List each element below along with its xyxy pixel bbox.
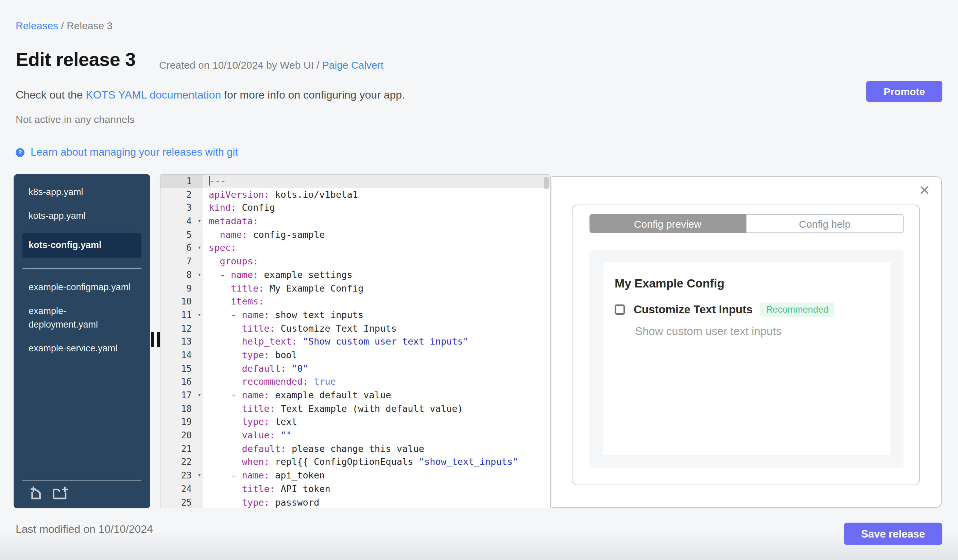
code-line-17[interactable]: 17▾ - name: example_default_value	[160, 389, 550, 402]
code-line-15[interactable]: 15 default: "0"	[160, 362, 550, 375]
fold-arrow-icon[interactable]: ▾	[198, 469, 201, 482]
file-item-k8s-app.yaml[interactable]: k8s-app.yaml	[29, 185, 135, 199]
line-number: 12	[160, 322, 203, 335]
question-mark-icon[interactable]: ?	[16, 148, 24, 157]
line-number: 24	[160, 482, 203, 496]
code-line-5[interactable]: 5 name: config-sample	[160, 228, 550, 242]
code-lines: 1---2apiVersion: kots.io/v1beta13kind: C…	[160, 175, 550, 508]
code-text: type: password	[203, 496, 319, 508]
author-link[interactable]: Paige Calvert	[322, 59, 384, 71]
code-line-11[interactable]: 11▾ - name: show_text_inputs	[160, 308, 550, 322]
editor-scrollbar[interactable]	[544, 177, 549, 189]
code-line-9[interactable]: 9 title: My Example Config	[160, 282, 550, 295]
edit-release-page: Releases / Release 3 Edit release 3 Crea…	[0, 0, 958, 560]
promote-button[interactable]: Promote	[866, 81, 942, 102]
line-number: 2	[160, 188, 203, 201]
file-item-example-deployment.yaml[interactable]: example-deployment.yaml	[29, 304, 135, 332]
fold-arrow-icon[interactable]: ▾	[198, 389, 201, 402]
code-text: help_text: "Show custom user text inputs…	[203, 335, 468, 349]
channel-status: Not active in any channels	[16, 114, 135, 125]
code-line-3[interactable]: 3kind: Config	[160, 201, 550, 215]
line-number: 23▾	[160, 469, 203, 482]
line-number: 14	[160, 349, 203, 362]
code-line-20[interactable]: 20 value: ""	[160, 429, 550, 442]
line-number: 25	[160, 496, 203, 508]
recommended-badge: Recommended	[760, 302, 834, 317]
git-help-row: ? Learn about managing your releases wit…	[16, 146, 238, 158]
line-number: 3	[160, 201, 203, 215]
file-item-kots-config.yaml[interactable]: kots-config.yaml	[22, 233, 141, 258]
code-line-23[interactable]: 23▾ - name: api_token	[160, 469, 550, 482]
line-number: 20	[160, 429, 203, 442]
code-text: items:	[203, 295, 264, 308]
save-release-button[interactable]: Save release	[844, 523, 942, 545]
code-text: title: Customize Text Inputs	[203, 322, 397, 335]
git-releases-link[interactable]: Learn about managing your releases with …	[30, 146, 238, 158]
code-line-14[interactable]: 14 type: bool	[160, 349, 550, 362]
code-line-24[interactable]: 24 title: API token	[160, 482, 550, 496]
code-line-25[interactable]: 25 type: password	[160, 496, 550, 508]
created-meta: Created on 10/10/2024 by Web UI / Paige …	[159, 59, 384, 71]
tab-config-help[interactable]: Config help	[746, 214, 904, 233]
code-line-6[interactable]: 6▾spec:	[160, 242, 550, 255]
config-item-row: Customize Text Inputs Recommended	[615, 302, 834, 317]
code-line-2[interactable]: 2apiVersion: kots.io/v1beta1	[160, 188, 550, 201]
yaml-editor[interactable]: 1---2apiVersion: kots.io/v1beta13kind: C…	[160, 174, 551, 508]
preview-card: Config previewConfig help My Example Con…	[572, 204, 920, 485]
close-icon[interactable]: ✕	[918, 184, 930, 197]
line-number: 6▾	[160, 242, 203, 255]
code-text: when: repl{{ ConfigOptionEquals "show_te…	[203, 456, 518, 469]
last-modified-text: Last modified on 10/10/2024	[16, 523, 153, 536]
config-area: My Example Config Customize Text Inputs …	[590, 250, 904, 468]
code-text: type: bool	[203, 349, 297, 362]
line-number: 22	[160, 456, 203, 469]
line-number: 19	[160, 416, 203, 429]
line-number: 21	[160, 443, 203, 456]
code-line-12[interactable]: 12 title: Customize Text Inputs	[160, 322, 550, 335]
tab-config-preview[interactable]: Config preview	[590, 214, 746, 233]
code-text: type: text	[203, 416, 297, 429]
code-line-22[interactable]: 22 when: repl{{ ConfigOptionEquals "show…	[160, 456, 550, 469]
new-file-icon[interactable]	[29, 485, 44, 501]
new-folder-icon[interactable]	[52, 485, 69, 501]
line-number: 9	[160, 282, 203, 295]
config-item-label: Customize Text Inputs	[634, 303, 753, 316]
file-list: k8s-app.yamlkots-app.yamlkots-config.yam…	[14, 174, 150, 356]
code-text: - name: example_settings	[203, 269, 352, 282]
line-number: 11▾	[160, 308, 203, 322]
code-line-1[interactable]: 1---	[160, 175, 550, 188]
breadcrumb-releases-link[interactable]: Releases	[16, 20, 58, 31]
fold-arrow-icon[interactable]: ▾	[198, 269, 201, 282]
customize-text-inputs-checkbox[interactable]	[615, 304, 625, 315]
file-item-example-service.yaml[interactable]: example-service.yaml	[29, 342, 135, 356]
line-number: 15	[160, 362, 203, 375]
fold-arrow-icon[interactable]: ▾	[198, 308, 201, 322]
code-text: apiVersion: kots.io/v1beta1	[203, 188, 358, 201]
file-item-example-configmap.yaml[interactable]: example-configmap.yaml	[29, 281, 135, 294]
code-line-10[interactable]: 10 items:	[160, 295, 550, 308]
code-line-21[interactable]: 21 default: please change this value	[160, 443, 550, 456]
code-line-19[interactable]: 19 type: text	[160, 416, 550, 429]
docs-suffix: for more info on configuring your app.	[221, 89, 405, 101]
code-text: - name: api_token	[203, 469, 325, 482]
config-group-title: My Example Config	[615, 277, 725, 291]
file-item-kots-app.yaml[interactable]: kots-app.yaml	[29, 209, 135, 223]
code-line-13[interactable]: 13 help_text: "Show custom user text inp…	[160, 335, 550, 349]
code-text: title: Text Example (with default value)	[203, 402, 463, 415]
kots-yaml-docs-link[interactable]: KOTS YAML documentation	[86, 89, 221, 101]
code-line-16[interactable]: 16 recommended: true	[160, 375, 550, 389]
code-text: - name: show_text_inputs	[203, 308, 363, 322]
preview-tabs: Config previewConfig help	[590, 214, 904, 233]
code-line-7[interactable]: 7 groups:	[160, 255, 550, 268]
fold-arrow-icon[interactable]: ▾	[198, 215, 201, 228]
code-line-8[interactable]: 8▾ - name: example_settings	[160, 269, 550, 282]
code-text: spec:	[203, 242, 236, 255]
fold-arrow-icon[interactable]: ▾	[198, 242, 201, 255]
code-line-4[interactable]: 4▾metadata:	[160, 215, 550, 228]
sidebar-resize-handle[interactable]	[151, 332, 160, 347]
docs-prefix: Check out the	[16, 89, 86, 101]
config-item-help-text: Show custom user text inputs	[635, 325, 782, 338]
code-text: default: please change this value	[203, 443, 424, 456]
config-group-card: My Example Config Customize Text Inputs …	[603, 262, 891, 455]
code-line-18[interactable]: 18 title: Text Example (with default val…	[160, 402, 550, 415]
